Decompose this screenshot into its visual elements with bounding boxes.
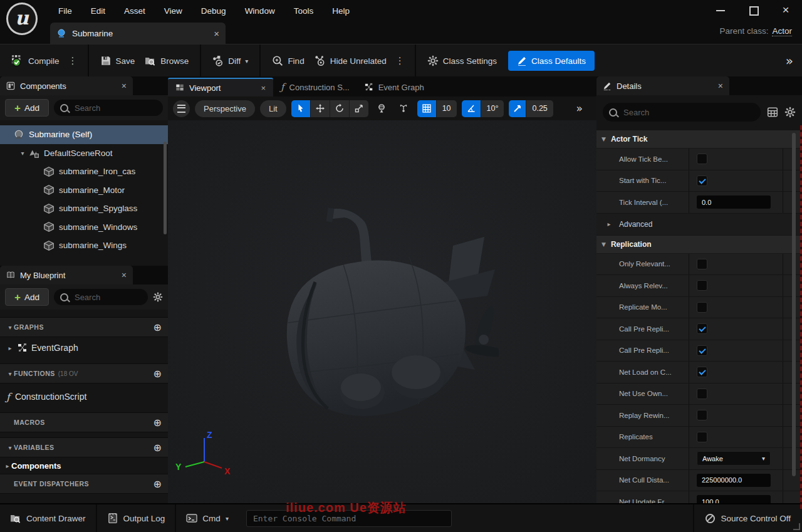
- add-macro-icon[interactable]: ⊕: [154, 417, 162, 429]
- menu-file[interactable]: File: [49, 6, 81, 16]
- tab-construction-script[interactable]: ƒ Construction S...: [273, 78, 357, 96]
- close-window-button[interactable]: ×: [781, 5, 791, 15]
- minimize-button[interactable]: [716, 5, 726, 15]
- cmd-button[interactable]: Cmd ▾: [176, 504, 239, 532]
- tab-my-blueprint[interactable]: My Blueprint ×: [0, 266, 133, 284]
- my-blueprint-search-input[interactable]: [73, 292, 142, 303]
- variables-components-category-row[interactable]: ▸ Components: [0, 457, 168, 474]
- tree-item-submarine-windows[interactable]: submarine_Windows: [0, 218, 168, 237]
- unreal-logo-icon[interactable]: u: [6, 3, 38, 35]
- my-blueprint-add-button[interactable]: + Add: [5, 288, 49, 306]
- value-field-tick-interval[interactable]: 0.0: [697, 196, 771, 209]
- checkbox-replicates[interactable]: [697, 432, 707, 442]
- components-search[interactable]: [54, 100, 163, 116]
- expand-arrow-icon[interactable]: ▸: [605, 221, 613, 227]
- perspective-dropdown[interactable]: Perspective: [195, 100, 255, 117]
- checkbox-call-pre-repli[interactable]: [697, 345, 707, 356]
- hide-unrelated-button[interactable]: Hide Unrelated: [310, 51, 392, 70]
- details-settings-gear-icon[interactable]: [784, 107, 796, 118]
- tab-event-graph[interactable]: Event Graph: [357, 78, 432, 96]
- viewport-toolbar-overflow-icon[interactable]: »: [576, 102, 591, 115]
- grid-snap-value[interactable]: 10: [437, 100, 457, 117]
- add-function-icon[interactable]: ⊕: [154, 368, 162, 380]
- event-graph-row[interactable]: ▸ EventGraph: [0, 337, 168, 358]
- content-drawer-button[interactable]: Content Drawer: [0, 504, 97, 532]
- dropdown-net-dormancy[interactable]: Awake▾: [697, 451, 771, 466]
- menu-window[interactable]: Window: [236, 6, 284, 16]
- details-scrollbar[interactable]: [792, 133, 796, 476]
- functions-section-header[interactable]: ▾ FUNCTIONS (18 OV ⊕: [0, 363, 168, 383]
- checkbox-net-load-on-c[interactable]: [697, 367, 707, 377]
- viewport-3d[interactable]: Z Y X: [168, 120, 596, 504]
- viewport-tab-close-icon[interactable]: ×: [261, 83, 266, 93]
- menu-debug[interactable]: Debug: [192, 6, 236, 16]
- scale-snap-toggle[interactable]: [509, 100, 526, 117]
- lit-dropdown[interactable]: Lit: [260, 100, 286, 117]
- scale-snap-value[interactable]: 0.25: [526, 100, 553, 117]
- surface-snap-button[interactable]: [395, 100, 412, 117]
- menu-help[interactable]: Help: [323, 6, 359, 16]
- expander-advanced[interactable]: ▸Advanced: [596, 214, 802, 236]
- move-tool-button[interactable]: [311, 100, 330, 117]
- tree-item-submarine-wings[interactable]: submarine_Wings: [0, 236, 168, 255]
- class-settings-button[interactable]: Class Settings: [422, 51, 502, 70]
- source-control-status[interactable]: Source Control Off: [693, 504, 802, 532]
- macros-section-header[interactable]: MACROS ⊕: [0, 412, 168, 432]
- checkbox-start-with-tic[interactable]: [697, 175, 707, 186]
- transform-space-button[interactable]: [373, 100, 390, 117]
- diff-button[interactable]: Diff ▾: [207, 51, 253, 70]
- value-field-net-cull-dista[interactable]: 225000000.0: [697, 474, 771, 487]
- rotate-tool-button[interactable]: [330, 100, 350, 117]
- checkbox-call-pre-repli[interactable]: [697, 323, 707, 334]
- hide-unrelated-options-icon[interactable]: ⋮: [392, 55, 409, 66]
- menu-tools[interactable]: Tools: [284, 6, 323, 16]
- components-scrollbar[interactable]: [164, 142, 167, 234]
- checkbox-replay-rewin[interactable]: [697, 410, 707, 420]
- add-variable-icon[interactable]: ⊕: [154, 442, 162, 454]
- rotation-snap-value[interactable]: 10°: [481, 100, 504, 117]
- section-actor-tick[interactable]: ▼Actor Tick: [596, 130, 802, 148]
- browse-button[interactable]: Browse: [140, 51, 194, 70]
- save-button[interactable]: Save: [95, 51, 140, 70]
- resize-grip[interactable]: [793, 523, 800, 530]
- asset-tab-submarine[interactable]: Submarine ×: [50, 23, 226, 44]
- variables-section-header[interactable]: ▾ VARIABLES ⊕: [0, 437, 168, 457]
- find-button[interactable]: Find: [267, 51, 309, 70]
- viewport-options-button[interactable]: [173, 100, 190, 117]
- construction-script-row[interactable]: ƒ ConstructionScript: [0, 386, 168, 407]
- tree-item-defaultsceneroot[interactable]: ▾DefaultSceneRoot: [0, 144, 168, 163]
- add-event-dispatcher-icon[interactable]: ⊕: [154, 478, 162, 490]
- details-tab-close-icon[interactable]: ×: [702, 81, 723, 91]
- tab-components[interactable]: Components ×: [0, 76, 133, 95]
- maximize-button[interactable]: [748, 5, 758, 15]
- submarine-model[interactable]: [268, 207, 499, 423]
- my-blueprint-settings-gear-icon[interactable]: [153, 292, 163, 302]
- compile-button[interactable]: Compile: [6, 51, 65, 71]
- grid-snap-toggle[interactable]: [417, 100, 437, 117]
- section-replication[interactable]: ▼Replication: [596, 236, 802, 253]
- checkbox-always-relev[interactable]: [697, 280, 707, 291]
- compile-options-icon[interactable]: ⋮: [65, 55, 81, 66]
- details-search-input[interactable]: [622, 107, 754, 118]
- toolbar-overflow-chevron-icon[interactable]: »: [786, 53, 802, 68]
- expand-arrow-icon[interactable]: ▸: [4, 462, 11, 469]
- checkbox-only-relevant[interactable]: [697, 259, 707, 269]
- asset-tab-close-icon[interactable]: ×: [214, 28, 219, 39]
- menu-view[interactable]: View: [155, 6, 192, 16]
- details-search[interactable]: [603, 103, 761, 122]
- tree-item-submarine-iron-cas[interactable]: submarine_Iron_cas: [0, 162, 168, 181]
- tree-item-submarine-self-[interactable]: Submarine (Self): [0, 125, 168, 144]
- checkbox-net-use-own[interactable]: [697, 389, 707, 399]
- output-log-button[interactable]: Output Log: [97, 504, 177, 532]
- expand-arrow-icon[interactable]: ▾: [19, 150, 26, 157]
- class-defaults-button[interactable]: Class Defaults: [508, 51, 595, 71]
- menu-edit[interactable]: Edit: [81, 6, 115, 16]
- scale-tool-button[interactable]: [350, 100, 368, 117]
- expand-arrow-icon[interactable]: ▸: [6, 345, 14, 352]
- my-blueprint-tab-close-icon[interactable]: ×: [105, 270, 127, 280]
- tree-item-submarine-motor[interactable]: submarine_Motor: [0, 181, 168, 200]
- event-dispatchers-section-header[interactable]: EVENT DISPATCHERS ⊕: [0, 474, 168, 494]
- parent-class-link[interactable]: Actor: [772, 26, 792, 36]
- my-blueprint-search[interactable]: [54, 289, 148, 305]
- components-add-button[interactable]: + Add: [5, 99, 49, 117]
